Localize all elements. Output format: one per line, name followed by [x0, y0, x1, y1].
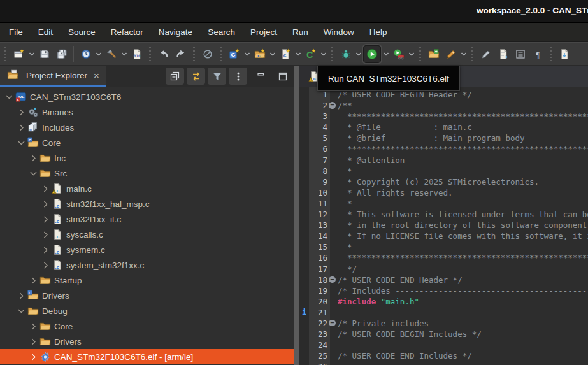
tree-item-core[interactable]: Core: [0, 318, 294, 334]
chevron-down-icon[interactable]: [28, 168, 39, 179]
menu-edit[interactable]: Edit: [31, 23, 61, 41]
menu-project[interactable]: Project: [243, 23, 285, 41]
show-whitespace-icon[interactable]: ¶: [529, 45, 545, 62]
menu-file[interactable]: File: [1, 23, 31, 41]
tree-item-stm32f1xx-hal-msp-c[interactable]: .cstm32f1xx_hal_msp.c: [0, 196, 294, 211]
link-editor-icon[interactable]: [187, 68, 205, 85]
chevron-right-icon[interactable]: [28, 153, 39, 164]
chevron-down-icon[interactable]: [4, 92, 15, 103]
back-history-icon[interactable]: [155, 45, 171, 62]
fold-collapse-icon[interactable]: −: [329, 102, 336, 109]
chevron-right-icon[interactable]: [40, 260, 51, 271]
menu-navigate[interactable]: Navigate: [151, 23, 200, 41]
maximize-icon[interactable]: [275, 69, 290, 84]
chevron-right-icon[interactable]: [16, 290, 27, 301]
chevron-down-icon[interactable]: [16, 306, 27, 317]
build-binary-icon[interactable]: 010: [129, 45, 145, 62]
dropdown-chevron-icon[interactable]: [294, 45, 302, 62]
save-all-icon[interactable]: [54, 45, 69, 62]
dropdown-chevron-icon[interactable]: [94, 45, 103, 62]
fold-collapse-icon[interactable]: −: [329, 320, 336, 327]
chevron-right-icon[interactable]: [28, 321, 39, 332]
chevron-down-icon[interactable]: [16, 138, 27, 148]
collapse-all-icon[interactable]: [166, 68, 184, 85]
filter-icon[interactable]: [208, 68, 226, 85]
tree-item-syscalls-c[interactable]: .csyscalls.c: [0, 227, 294, 242]
debug-icon[interactable]: [338, 45, 354, 62]
chevron-right-icon[interactable]: [28, 275, 39, 286]
import-icon[interactable]: [426, 45, 441, 62]
tree-item-debug[interactable]: Debug: [0, 303, 294, 318]
chevron-right-icon[interactable]: [28, 336, 39, 347]
fold-collapse-icon[interactable]: −: [329, 276, 336, 283]
link-annotations-icon[interactable]: [495, 45, 511, 62]
chevron-right-icon[interactable]: [40, 229, 51, 240]
menu-search[interactable]: Search: [200, 23, 243, 41]
chevron-right-icon[interactable]: [16, 107, 27, 118]
chevron-right-icon[interactable]: [40, 245, 51, 255]
dropdown-chevron-icon[interactable]: [27, 45, 36, 62]
close-icon[interactable]: ×: [94, 71, 99, 80]
fold-column: [327, 361, 338, 365]
tree-item-inc[interactable]: Inc: [0, 150, 294, 166]
code-text: *: [338, 166, 352, 176]
code-line: 17 */: [299, 264, 588, 275]
tree-item-core[interactable]: CCore: [0, 135, 294, 150]
dropdown-chevron-icon[interactable]: [243, 45, 251, 62]
show-annotations-icon[interactable]: [512, 45, 528, 62]
save-icon[interactable]: [36, 45, 52, 62]
menu-refactor[interactable]: Refactor: [103, 23, 151, 41]
tree-item-drivers[interactable]: CDrivers: [0, 288, 294, 303]
forward-history-icon[interactable]: [173, 45, 189, 62]
new-c-file-icon[interactable]: c: [277, 45, 293, 62]
menu-window[interactable]: Window: [316, 23, 362, 41]
tree-item-main-c[interactable]: .c!main.c: [0, 181, 294, 196]
menu-source[interactable]: Source: [61, 23, 103, 41]
new-class-icon[interactable]: C: [303, 45, 319, 62]
chevron-right-icon[interactable]: [40, 214, 51, 225]
skip-breakpoints-icon[interactable]: [199, 45, 215, 62]
profile-icon[interactable]: [391, 45, 406, 62]
menu-run[interactable]: Run: [285, 23, 316, 41]
dropdown-chevron-icon[interactable]: [120, 45, 128, 62]
tree-item-can-stm32f103c6t6-elf-arm-le-[interactable]: CAN_STm32F103C6T6.elf - [arm/le]: [0, 349, 294, 364]
menu-help[interactable]: Help: [362, 23, 395, 41]
panel-sash[interactable]: [294, 66, 299, 365]
dropdown-chevron-icon[interactable]: [268, 45, 276, 62]
annotation-cell: [299, 285, 309, 296]
external-tools-icon[interactable]: [443, 45, 459, 62]
tree-item-can-stm32f103c6t6[interactable]: IDExCAN_STm32F103C6T6: [0, 89, 294, 104]
code-editor[interactable]: 1/* USER CODE BEGIN Header */2−/**3 ****…: [299, 87, 588, 365]
new-c-folder-icon[interactable]: c: [252, 45, 268, 62]
tree-item-includes[interactable]: hIncludes: [0, 120, 294, 135]
code-token: /* USER CODE END Includes */: [338, 351, 472, 361]
dropdown-chevron-icon[interactable]: [319, 45, 327, 62]
new-c-project-icon[interactable]: C: [226, 45, 242, 62]
dropdown-chevron-icon[interactable]: [407, 45, 415, 62]
chevron-right-icon[interactable]: [40, 183, 51, 194]
tree-item-system-stm32f1xx-c[interactable]: .csystem_stm32f1xx.c: [0, 257, 294, 273]
tab-project-explorer[interactable]: Project Explorer ×: [0, 66, 106, 87]
dropdown-chevron-icon[interactable]: [354, 45, 362, 62]
mark-occurrences-icon[interactable]: [478, 45, 494, 62]
toolbar-grip: [4, 47, 6, 61]
chevron-right-icon[interactable]: [40, 199, 51, 210]
dropdown-chevron-icon[interactable]: [459, 45, 468, 62]
device-config-icon[interactable]: [78, 45, 94, 62]
chevron-right-icon[interactable]: [16, 122, 27, 133]
open-element-icon[interactable]: [556, 45, 572, 62]
tree-item-drivers[interactable]: Drivers: [0, 334, 294, 349]
tree-item-stm32f1xx-it-c[interactable]: .cstm32f1xx_it.c: [0, 211, 294, 227]
annotation-cell: [299, 329, 309, 340]
tree-item-src[interactable]: Src: [0, 166, 294, 181]
new-wizard-icon[interactable]: [11, 45, 27, 62]
tree-item-binaries[interactable]: Binaries: [0, 104, 294, 120]
build-icon[interactable]: [103, 45, 119, 62]
tree-item-startup[interactable]: Startup: [0, 273, 294, 288]
run-icon[interactable]: [363, 45, 381, 63]
chevron-right-icon[interactable]: [28, 352, 39, 362]
dropdown-chevron-icon[interactable]: [382, 45, 390, 62]
view-menu-icon[interactable]: [229, 68, 247, 85]
tree-item-sysmem-c[interactable]: .csysmem.c: [0, 242, 294, 257]
minimize-icon[interactable]: [254, 69, 269, 84]
